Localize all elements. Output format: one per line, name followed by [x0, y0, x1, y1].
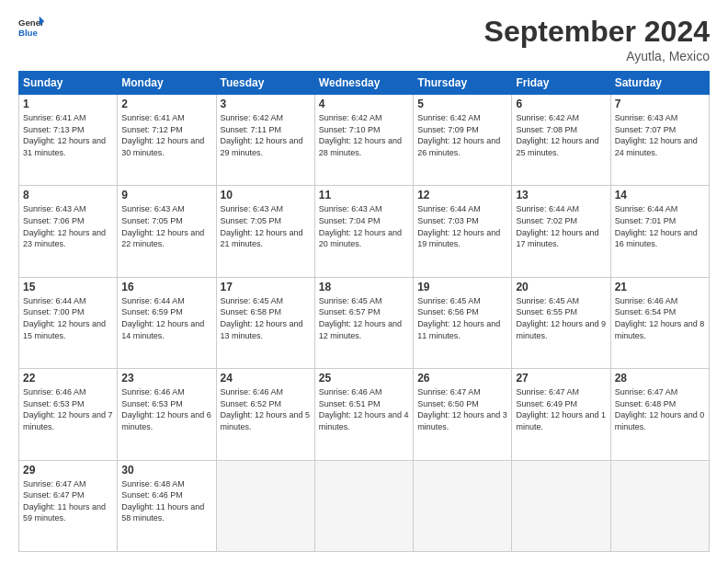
day-cell-15: 15 Sunrise: 6:44 AMSunset: 7:00 PMDaylig… [19, 277, 118, 368]
day-cell-10: 10 Sunrise: 6:43 AMSunset: 7:05 PMDaylig… [216, 186, 314, 277]
calendar-header-row: Sunday Monday Tuesday Wednesday Thursday… [19, 72, 710, 95]
day-cell-3: 3 Sunrise: 6:42 AMSunset: 7:11 PMDayligh… [216, 95, 314, 186]
empty-cell [414, 460, 512, 551]
col-sunday: Sunday [19, 72, 118, 95]
day-cell-4: 4 Sunrise: 6:42 AMSunset: 7:10 PMDayligh… [314, 95, 413, 186]
day-cell-5: 5 Sunrise: 6:42 AMSunset: 7:09 PMDayligh… [414, 95, 512, 186]
table-row: 8 Sunrise: 6:43 AMSunset: 7:06 PMDayligh… [19, 186, 710, 277]
day-cell-27: 27 Sunrise: 6:47 AMSunset: 6:49 PMDaylig… [512, 369, 610, 460]
table-row: 22 Sunrise: 6:46 AMSunset: 6:53 PMDaylig… [19, 369, 710, 460]
day-cell-18: 18 Sunrise: 6:45 AMSunset: 6:57 PMDaylig… [314, 277, 413, 368]
table-row: 15 Sunrise: 6:44 AMSunset: 7:00 PMDaylig… [19, 277, 710, 368]
location-subtitle: Ayutla, Mexico [484, 49, 710, 63]
day-cell-11: 11 Sunrise: 6:43 AMSunset: 7:04 PMDaylig… [314, 186, 413, 277]
day-cell-17: 17 Sunrise: 6:45 AMSunset: 6:58 PMDaylig… [216, 277, 314, 368]
col-wednesday: Wednesday [314, 72, 413, 95]
day-cell-6: 6 Sunrise: 6:42 AMSunset: 7:08 PMDayligh… [512, 95, 610, 186]
col-thursday: Thursday [414, 72, 512, 95]
table-row: 29 Sunrise: 6:47 AMSunset: 6:47 PMDaylig… [19, 460, 710, 551]
day-cell-16: 16 Sunrise: 6:44 AMSunset: 6:59 PMDaylig… [118, 277, 216, 368]
logo-icon: General Blue [18, 15, 44, 40]
day-cell-19: 19 Sunrise: 6:45 AMSunset: 6:56 PMDaylig… [414, 277, 512, 368]
empty-cell [512, 460, 610, 551]
col-saturday: Saturday [610, 72, 709, 95]
svg-text:Blue: Blue [18, 28, 38, 38]
empty-cell [610, 460, 709, 551]
logo: General Blue [18, 15, 44, 40]
calendar-page: General Blue September 2024 Ayutla, Mexi… [0, 0, 728, 563]
day-cell-26: 26 Sunrise: 6:47 AMSunset: 6:50 PMDaylig… [414, 369, 512, 460]
col-friday: Friday [512, 72, 610, 95]
day-cell-29: 29 Sunrise: 6:47 AMSunset: 6:47 PMDaylig… [19, 460, 118, 551]
table-row: 1 Sunrise: 6:41 AMSunset: 7:13 PMDayligh… [19, 95, 710, 186]
day-cell-20: 20 Sunrise: 6:45 AMSunset: 6:55 PMDaylig… [512, 277, 610, 368]
empty-cell [216, 460, 314, 551]
month-title: September 2024 [484, 15, 710, 49]
day-cell-22: 22 Sunrise: 6:46 AMSunset: 6:53 PMDaylig… [19, 369, 118, 460]
day-cell-12: 12 Sunrise: 6:44 AMSunset: 7:03 PMDaylig… [414, 186, 512, 277]
calendar-table: Sunday Monday Tuesday Wednesday Thursday… [18, 71, 710, 552]
day-cell-24: 24 Sunrise: 6:46 AMSunset: 6:52 PMDaylig… [216, 369, 314, 460]
day-cell-8: 8 Sunrise: 6:43 AMSunset: 7:06 PMDayligh… [19, 186, 118, 277]
day-cell-21: 21 Sunrise: 6:46 AMSunset: 6:54 PMDaylig… [610, 277, 709, 368]
col-tuesday: Tuesday [216, 72, 314, 95]
day-cell-7: 7 Sunrise: 6:43 AMSunset: 7:07 PMDayligh… [610, 95, 709, 186]
day-cell-2: 2 Sunrise: 6:41 AMSunset: 7:12 PMDayligh… [118, 95, 216, 186]
day-cell-14: 14 Sunrise: 6:44 AMSunset: 7:01 PMDaylig… [610, 186, 709, 277]
col-monday: Monday [118, 72, 216, 95]
day-cell-30: 30 Sunrise: 6:48 AMSunset: 6:46 PMDaylig… [118, 460, 216, 551]
day-cell-1: 1 Sunrise: 6:41 AMSunset: 7:13 PMDayligh… [19, 95, 118, 186]
empty-cell [314, 460, 413, 551]
day-cell-13: 13 Sunrise: 6:44 AMSunset: 7:02 PMDaylig… [512, 186, 610, 277]
page-header: General Blue September 2024 Ayutla, Mexi… [18, 15, 710, 63]
day-cell-25: 25 Sunrise: 6:46 AMSunset: 6:51 PMDaylig… [314, 369, 413, 460]
day-cell-28: 28 Sunrise: 6:47 AMSunset: 6:48 PMDaylig… [610, 369, 709, 460]
title-block: September 2024 Ayutla, Mexico [484, 15, 710, 63]
day-cell-9: 9 Sunrise: 6:43 AMSunset: 7:05 PMDayligh… [118, 186, 216, 277]
day-cell-23: 23 Sunrise: 6:46 AMSunset: 6:53 PMDaylig… [118, 369, 216, 460]
